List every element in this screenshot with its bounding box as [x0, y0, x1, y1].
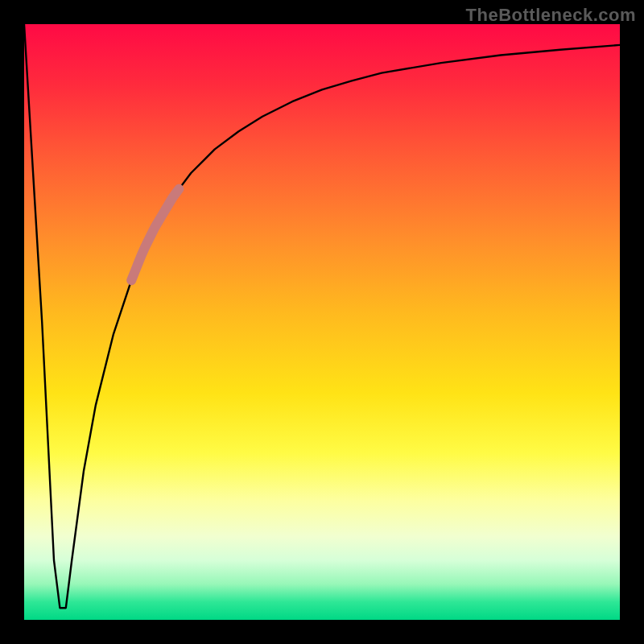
chart-frame: TheBottleneck.com [0, 0, 644, 644]
watermark-text: TheBottleneck.com [466, 5, 636, 26]
curve-svg [24, 24, 620, 620]
plot-area [24, 24, 620, 620]
curve-group [24, 24, 620, 608]
bottleneck-curve [24, 24, 620, 608]
highlight-segment [131, 189, 179, 280]
